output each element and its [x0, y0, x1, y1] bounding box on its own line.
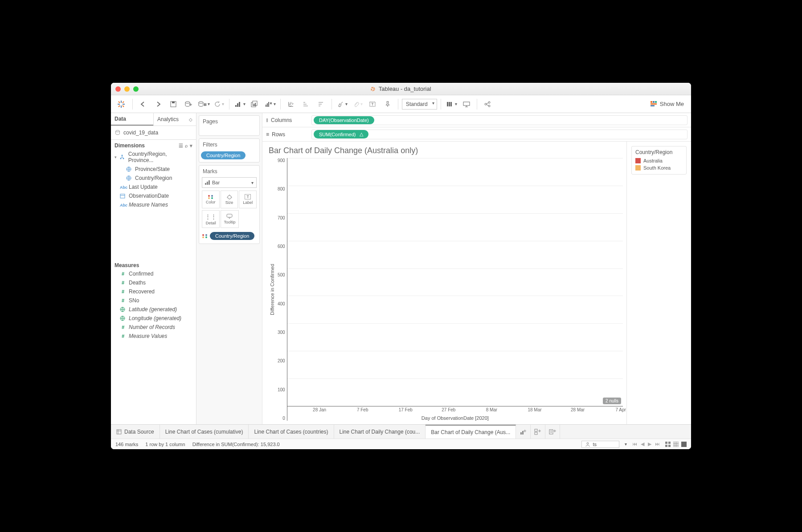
datasource-row[interactable]: covid_19_data [111, 126, 196, 140]
svg-point-64 [587, 443, 589, 444]
sort-desc-button[interactable] [315, 97, 328, 111]
svg-rect-13 [266, 105, 266, 107]
filters-card[interactable]: Filters Country/Region [199, 138, 260, 162]
columns-pill[interactable]: DAY(ObservationDate) [314, 116, 374, 124]
measure-field[interactable]: Longitude (generated) [111, 314, 196, 323]
color-icon [202, 234, 208, 238]
pin-button[interactable] [381, 97, 394, 111]
measure-field[interactable]: Latitude (generated) [111, 305, 196, 314]
swap-axes-button[interactable] [284, 97, 298, 111]
show-me-button[interactable]: Show Me [646, 101, 688, 108]
clear-sheet-button[interactable]: ▾ [263, 97, 277, 111]
svg-rect-62 [535, 432, 537, 435]
marks-tooltip-cell[interactable]: Tooltip [221, 210, 238, 228]
fit-select[interactable]: Standard [402, 99, 437, 110]
sheet-tab[interactable]: Bar Chart of Daily Change (Aus... [426, 425, 516, 439]
mark-type-select[interactable]: Bar ▾ [202, 177, 257, 188]
close-window-button[interactable] [115, 86, 121, 92]
legend-item[interactable]: Australia [635, 157, 683, 164]
svg-text:T: T [371, 102, 374, 106]
dimension-field[interactable]: Country/Region [111, 174, 196, 183]
svg-rect-34 [651, 103, 657, 105]
sheet-tab[interactable]: Line Chart of Cases (cumulative) [160, 425, 249, 439]
x-axis-ticks: 28 Jan7 Feb17 Feb27 Feb8 Mar18 Mar28 Mar… [287, 406, 623, 414]
view-large-icon[interactable] [681, 442, 687, 447]
new-dashboard-tab-button[interactable] [531, 425, 545, 439]
minimize-window-button[interactable] [124, 86, 130, 92]
menu-caret-icon[interactable]: ▾ [190, 143, 192, 149]
labels-button[interactable]: T [366, 97, 379, 111]
nulls-indicator[interactable]: 2 nulls [603, 398, 621, 404]
columns-shelf[interactable]: ⦀Columns DAY(ObservationDate) [262, 113, 691, 127]
view-small-icon[interactable] [665, 442, 671, 447]
view-list-icon[interactable]: ☰ [179, 143, 183, 149]
show-hide-cards-button[interactable]: ▾ [445, 97, 458, 111]
legend-item[interactable]: South Korea [635, 164, 683, 171]
measure-field[interactable]: #SNo [111, 296, 196, 305]
svg-point-57 [205, 236, 207, 238]
marks-detail-cell[interactable]: ⋮⋮Detail [202, 210, 220, 228]
zoom-window-button[interactable] [133, 86, 139, 92]
measure-field[interactable]: #Deaths [111, 278, 196, 287]
measure-field[interactable]: #Number of Records [111, 323, 196, 332]
chart-title: Bar Chart of Daily Change (Australia onl… [269, 146, 623, 155]
nav-next-button[interactable]: ▶ [648, 441, 651, 447]
undo-button[interactable] [136, 97, 150, 111]
attachment-button[interactable]: ▾ [351, 97, 364, 111]
columns-icon: ⦀ [266, 117, 268, 123]
refresh-button[interactable]: ▾ [212, 97, 225, 111]
duplicate-sheet-button[interactable] [248, 97, 262, 111]
cards-column: Pages Filters Country/Region Marks Bar ▾… [196, 113, 262, 424]
presentation-mode-button[interactable] [460, 97, 473, 111]
new-data-source-button[interactable] [182, 97, 195, 111]
new-worksheet-button[interactable]: ▾ [233, 97, 246, 111]
user-caret[interactable]: ▾ [625, 442, 627, 447]
pause-autoupdate-button[interactable]: ▾ [197, 97, 210, 111]
sheet-tab[interactable]: Line Chart of Cases (countries) [249, 425, 334, 439]
tableau-icon [371, 87, 375, 91]
svg-rect-68 [668, 445, 671, 447]
redo-button[interactable] [151, 97, 165, 111]
save-button[interactable] [167, 97, 180, 111]
chart-bars[interactable]: 2 nulls [287, 158, 623, 406]
legend-card[interactable]: Country/Region AustraliaSouth Korea [631, 146, 687, 175]
share-button[interactable] [481, 97, 494, 111]
dimension-field[interactable]: AbcMeasure Names [111, 200, 196, 209]
rows-shelf[interactable]: ≡Rows SUM(Confirmed)△ [262, 127, 691, 142]
highlight-button[interactable]: ▾ [336, 97, 349, 111]
nav-first-button[interactable]: ⏮ [632, 441, 637, 447]
sort-asc-button[interactable] [299, 97, 313, 111]
analytics-tab[interactable]: Analytics◇ [153, 113, 196, 126]
pages-card[interactable]: Pages [199, 115, 260, 136]
filter-pill[interactable]: Country/Region [201, 151, 246, 159]
dimension-field[interactable]: ObservationDate [111, 191, 196, 200]
tableau-logo-button[interactable] [114, 97, 129, 111]
dimensions-header: Dimensions ☰⌕▾ [111, 140, 196, 150]
svg-rect-67 [665, 445, 667, 447]
bar-icon [205, 180, 210, 185]
measure-field[interactable]: #Recovered [111, 287, 196, 296]
marks-size-cell[interactable]: Size [221, 191, 238, 208]
nav-last-button[interactable]: ⏭ [655, 441, 660, 447]
rows-pill[interactable]: SUM(Confirmed)△ [314, 130, 368, 138]
measure-field[interactable]: #Confirmed [111, 269, 196, 278]
user-icon [585, 442, 590, 447]
data-source-tab[interactable]: Data Source [111, 425, 160, 439]
data-tab[interactable]: Data [111, 113, 153, 126]
user-select[interactable]: ts [581, 441, 619, 448]
new-story-tab-button[interactable] [545, 425, 560, 439]
status-marks: 146 marks [115, 442, 138, 447]
dimension-field[interactable]: Province/State [111, 165, 196, 174]
marks-color-cell[interactable]: Color [202, 191, 220, 208]
nav-prev-button[interactable]: ◀ [641, 441, 644, 447]
view-medium-icon[interactable] [673, 442, 679, 447]
search-icon[interactable]: ⌕ [185, 143, 188, 149]
measure-field[interactable]: #Measure Values [111, 332, 196, 341]
dimension-field[interactable]: ▾Country/Region, Province... [111, 150, 196, 165]
dimension-field[interactable]: AbcLast Update [111, 183, 196, 191]
marks-label-cell[interactable]: TLabel [239, 191, 257, 208]
sheet-tab[interactable]: Line Chart of Daily Change (cou... [334, 425, 426, 439]
new-sheet-tab-button[interactable] [516, 425, 531, 439]
svg-rect-4 [204, 103, 205, 106]
color-pill[interactable]: Country/Region [210, 232, 254, 240]
